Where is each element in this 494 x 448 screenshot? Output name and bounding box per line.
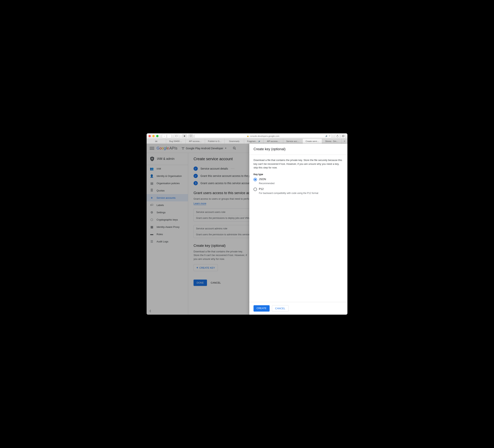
browser-tab[interactable]: Service acc… (283, 139, 303, 144)
keytype-option-p12[interactable]: P12 (254, 187, 343, 191)
browser-tab[interactable]: Fragmen…🔊 (244, 139, 264, 144)
adblock-ext-icon[interactable]: ⓘ (188, 134, 193, 138)
browser-tab[interactable]: Publish to G… (205, 139, 225, 144)
keytype-label: Key type (254, 173, 343, 176)
panel-description: Download a file that contains the privat… (254, 158, 343, 170)
new-tab-button[interactable]: + (342, 139, 347, 144)
browser-window: ‹ › ◉ ⓘ 🔒 console.developers.google.com … (147, 133, 347, 315)
browser-tab[interactable]: Create servi… (303, 139, 322, 144)
radio-icon (254, 187, 257, 191)
browser-tab[interactable]: de (147, 139, 166, 144)
browser-tab[interactable]: API access… (264, 139, 283, 144)
url-bar[interactable]: 🔒 console.developers.google.com 🔊 ⟳ (195, 134, 332, 138)
tab-bar: deBug 59400:…API access…Publish to G…Gra… (147, 139, 347, 144)
create-button[interactable]: CREATE (254, 305, 270, 311)
svg-rect-3 (342, 136, 344, 137)
lock-icon: 🔒 (247, 135, 249, 137)
radio-icon (254, 178, 257, 181)
cancel-button[interactable]: CANCEL (272, 305, 289, 311)
create-key-panel: Create key (optional) Download a file th… (249, 144, 347, 315)
browser-tab[interactable]: API access… (186, 139, 205, 144)
titlebar: ‹ › ◉ ⓘ 🔒 console.developers.google.com … (147, 133, 347, 139)
radio-label: JSON (259, 178, 266, 181)
audio-icon[interactable]: 🔊 (325, 135, 328, 137)
svg-rect-0 (175, 135, 178, 137)
keytype-option-json[interactable]: JSON (254, 178, 343, 181)
refresh-icon[interactable]: ⟳ (329, 135, 330, 137)
grammarly-ext-icon[interactable]: ◉ (182, 134, 187, 138)
button-label: CREATE (257, 307, 267, 310)
panel-title: Create key (optional) (249, 144, 347, 155)
radio-label: P12 (259, 187, 264, 190)
browser-tab[interactable]: Bug 59400:… (166, 139, 186, 144)
tabs-button[interactable] (341, 134, 346, 138)
browser-tab[interactable]: Stores · Sm… (322, 139, 342, 144)
minimize-window[interactable] (152, 135, 155, 137)
browser-tab[interactable]: Grammarly (225, 139, 244, 144)
tab-audio-icon: 🔊 (258, 140, 260, 142)
url-text: console.developers.google.com (250, 135, 279, 137)
svg-rect-4 (343, 135, 344, 137)
sidebar-toggle[interactable] (174, 134, 179, 138)
page-content: GoogleAPIs Google Play Android Developer… (147, 144, 347, 315)
button-label: CANCEL (275, 307, 285, 310)
share-button[interactable] (335, 134, 340, 138)
radio-sublabel: Recommended (259, 182, 343, 185)
traffic-lights (148, 135, 159, 137)
back-button[interactable]: ‹ (162, 134, 167, 138)
radio-sublabel: For backward compatibility with code usi… (259, 192, 343, 195)
zoom-window[interactable] (156, 135, 159, 137)
forward-button[interactable]: › (167, 134, 172, 138)
close-window[interactable] (148, 135, 151, 137)
